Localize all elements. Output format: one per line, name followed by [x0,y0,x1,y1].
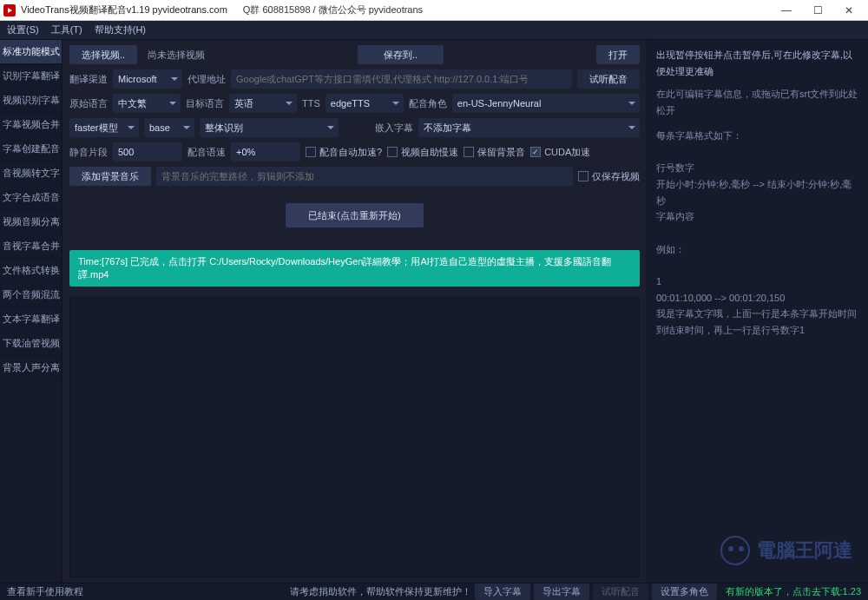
embed-select[interactable]: 不添加字幕 [418,118,640,137]
log-area [69,297,640,577]
maximize-button[interactable]: ☐ [802,0,833,21]
save-to-button[interactable]: 保存到.. [358,45,444,64]
add-bgm-button[interactable]: 添加背景音乐 [69,167,151,186]
only-save-video-checkbox[interactable]: 仅保存视频 [578,170,640,183]
sidebar-item-format-convert[interactable]: 文件格式转换 [0,259,62,283]
sidebar-item-youtube-dl[interactable]: 下载油管视频 [0,332,62,356]
channel-label: 翻译渠道 [69,73,108,86]
cuda-checkbox[interactable]: CUDA加速 [530,146,590,159]
proxy-input[interactable] [231,69,572,89]
subtitle-editor-panel[interactable]: 出现暂停按钮并点击暂停后,可在此修改字幕,以便处理更准确 在此可编辑字幕信息，或… [647,40,868,583]
recognition-select[interactable]: 整体识别 [200,118,339,137]
silence-input[interactable] [113,142,182,162]
titlebar: VideoTrans视频翻译配音v1.19 pyvideotrans.com Q… [0,0,868,21]
update-link[interactable]: 有新的版本了，点击去下载:1.23 [726,585,861,598]
window-title: VideoTrans视频翻译配音v1.19 pyvideotrans.com [21,3,227,16]
dst-lang-select[interactable]: 英语 [229,94,297,113]
menu-tools[interactable]: 工具(T) [51,23,82,36]
example-line2: 00:01:10,000 --> 00:01:20,150 [656,290,859,307]
import-subtitle-button[interactable]: 导入字幕 [475,584,530,600]
sidebar-item-standard[interactable]: 标准功能模式 [0,40,62,64]
speed-input[interactable] [231,142,300,162]
sidebar-item-av-separate[interactable]: 视频音频分离 [0,210,62,234]
sidebar-item-audio-mix[interactable]: 两个音频混流 [0,283,62,307]
sidebar-item-av-sub-merge[interactable]: 音视字幕合并 [0,234,62,259]
sidebar-item-text-sub-translate[interactable]: 文本字幕翻译 [0,307,62,332]
minimize-button[interactable]: — [771,0,802,21]
sidebar-item-av-to-text[interactable]: 音视频转文字 [0,162,62,186]
statusbar: 查看新手使用教程 请考虑捐助软件，帮助软件保持更新维护！ 导入字幕 导出字幕 试… [0,583,868,600]
sidebar-item-video-recognize[interactable]: 视频识别字幕 [0,89,62,113]
sidebar-item-subtitle-merge[interactable]: 字幕视频合并 [0,113,62,137]
right-panel-header2: 在此可编辑字幕信息，或拖动已有srt文件到此处松开 [656,86,859,118]
sidebar-item-tts[interactable]: 文字合成语音 [0,186,62,210]
auto-dub-checkbox[interactable]: 配音自动加速? [306,146,382,159]
format-intro: 每条字幕格式如下： [656,128,859,144]
result-message[interactable]: Time:[767s] 已完成，点击打开 C:/Users/Rocky/Down… [69,250,640,287]
embed-label: 嵌入字幕 [375,122,413,135]
menu-help[interactable]: 帮助支持(H) [95,23,146,36]
proxy-label: 代理地址 [187,73,226,86]
sidebar: 标准功能模式 识别字幕翻译 视频识别字幕 字幕视频合并 字幕创建配音 音视频转文… [0,40,62,583]
format-line2: 开始小时:分钟:秒,毫秒 --> 结束小时:分钟:秒,毫秒 [656,176,859,208]
status-left[interactable]: 查看新手使用教程 [7,585,83,598]
example-label: 例如： [656,241,859,258]
model-type-select[interactable]: faster模型 [69,118,139,137]
format-line1: 行号数字 [656,160,859,176]
sidebar-item-vocal-separate[interactable]: 背景人声分离 [0,356,62,380]
export-subtitle-button[interactable]: 导出字幕 [534,584,589,600]
sidebar-item-recognize-translate[interactable]: 识别字幕翻译 [0,64,62,89]
example-line1: 1 [656,274,859,290]
auto-video-checkbox[interactable]: 视频自助慢速 [387,146,458,159]
window-subtitle: Q群 608815898 / 微信公众号 pyvideotrans [243,3,423,16]
src-lang-select[interactable]: 中文繁 [113,94,181,113]
test-dub-button[interactable]: 试听配音 [577,69,640,89]
voice-select[interactable]: en-US-JennyNeural [452,94,640,113]
menu-settings[interactable]: 设置(S) [7,23,39,36]
close-button[interactable]: ✕ [833,0,865,21]
multi-role-button[interactable]: 设置多角色 [652,584,717,600]
open-button[interactable]: 打开 [596,45,640,64]
no-video-label: 尚未选择视频 [148,49,205,62]
silence-label: 静音片段 [69,146,108,159]
status-mid: 请考虑捐助软件，帮助软件保持更新维护！ [290,585,471,598]
tts-select[interactable]: edgeTTS [326,94,404,113]
select-video-button[interactable]: 选择视频.. [69,45,137,64]
model-size-select[interactable]: base [144,118,194,137]
preview-dub-button[interactable]: 试听配音 [593,584,648,600]
format-line3: 字幕内容 [656,208,859,225]
voice-label: 配音角色 [409,97,447,110]
example-line3: 我是字幕文字哦，上面一行是本条字幕开始时间到结束时间，再上一行是行号数字1 [656,306,859,338]
execute-button[interactable]: 已结束(点击重新开始) [286,203,423,227]
sidebar-item-subtitle-dub[interactable]: 字幕创建配音 [0,137,62,162]
menubar: 设置(S) 工具(T) 帮助支持(H) [0,21,868,40]
dst-lang-label: 目标语言 [186,97,224,110]
app-logo-icon [3,4,16,16]
channel-select[interactable]: Microsoft [113,69,182,89]
speed-label: 配音语速 [187,146,226,159]
right-panel-header1: 出现暂停按钮并点击暂停后,可在此修改字幕,以便处理更准确 [656,47,859,79]
src-lang-label: 原始语言 [69,97,108,110]
keep-bg-checkbox[interactable]: 保留背景音 [464,146,525,159]
tts-label: TTS [302,98,320,109]
bgm-path-input[interactable] [156,167,573,186]
